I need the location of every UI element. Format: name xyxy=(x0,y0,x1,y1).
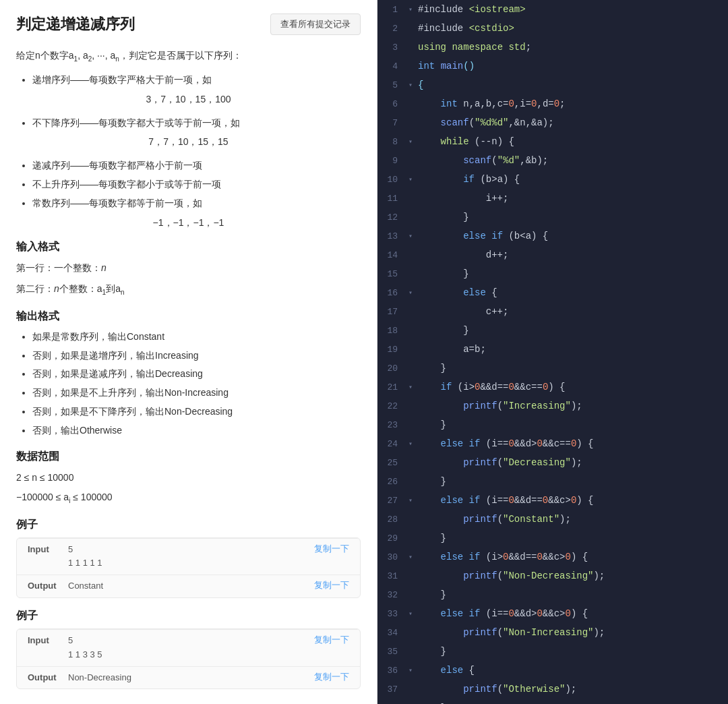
fold-13[interactable]: ▾ xyxy=(406,232,415,240)
code-line-34: 34 printf("Non-Increasing"); xyxy=(377,623,728,642)
code-line-6: 6 int n,a,b,c=0,i=0,d=0; xyxy=(377,94,728,113)
data-range-1: 2 ≤ n ≤ 10000 xyxy=(16,469,361,486)
fold-8[interactable]: ▾ xyxy=(406,138,415,146)
line-num-6: 6 xyxy=(377,99,406,109)
example1-output-value: Constant xyxy=(68,579,314,593)
line-num-32: 32 xyxy=(377,590,406,600)
example1-block: Input 51 1 1 1 1 复制一下 Output Constant 复制… xyxy=(16,537,361,598)
output-rule-6: 否则，输出Otherwise xyxy=(32,423,361,439)
code-line-17: 17 c++; xyxy=(377,302,728,321)
fold-33[interactable]: ▾ xyxy=(406,610,415,618)
line-num-36: 36 xyxy=(377,666,406,676)
line-num-28: 28 xyxy=(377,515,406,525)
fold-36[interactable]: ▾ xyxy=(406,666,415,674)
code-line-29: 29 } xyxy=(377,529,728,548)
fold-24[interactable]: ▾ xyxy=(406,440,415,448)
line-num-33: 33 xyxy=(377,609,406,619)
code-content-31: printf("Non-Decreasing"); xyxy=(415,567,605,585)
output-format-title: 输出格式 xyxy=(16,310,361,324)
code-line-11: 11 i++; xyxy=(377,189,728,208)
code-content-3: using namespace std; xyxy=(415,38,531,56)
code-content-25: printf("Decreasing"); xyxy=(415,454,582,471)
example1-input-value: 51 1 1 1 1 xyxy=(68,543,314,571)
line-num-35: 35 xyxy=(377,647,406,657)
copy-output1-button[interactable]: 复制一下 xyxy=(314,579,349,591)
fold-16[interactable]: ▾ xyxy=(406,289,415,297)
code-content-34: printf("Non-Increasing"); xyxy=(415,624,605,641)
code-content-5: { xyxy=(415,76,423,94)
line-num-4: 4 xyxy=(377,61,406,71)
line-num-1: 1 xyxy=(377,5,406,15)
line-num-8: 8 xyxy=(377,137,406,147)
output-rule-3: 否则，如果是递减序列，输出Decreasing xyxy=(32,366,361,382)
header-row: 判定递增递减序列 查看所有提交记录 xyxy=(16,13,361,35)
code-line-18: 18 } xyxy=(377,321,728,340)
line-num-22: 22 xyxy=(377,401,406,411)
code-line-33: 33 ▾ else if (i==0&&d>0&&c>0) { xyxy=(377,604,728,623)
code-line-37: 37 printf("Otherwise"); xyxy=(377,680,728,699)
line-num-24: 24 xyxy=(377,439,406,449)
code-content-6: int n,a,b,c=0,i=0,d=0; xyxy=(415,95,566,113)
sequence-type-list-2: 不下降序列——每项数字都大于或等于前一项，如 xyxy=(16,115,361,131)
output-rule-4: 否则，如果是不上升序列，输出Non-Increasing xyxy=(32,385,361,401)
line-num-15: 15 xyxy=(377,269,406,279)
code-panel: 1 ▾ #include <iostream> 2 #include <cstd… xyxy=(377,0,728,704)
view-submissions-button[interactable]: 查看所有提交记录 xyxy=(270,13,361,35)
line-num-30: 30 xyxy=(377,552,406,562)
example2-input-value: 51 1 3 3 5 xyxy=(68,634,314,662)
page-title: 判定递增递减序列 xyxy=(16,14,135,34)
line-num-11: 11 xyxy=(377,194,406,204)
seq-type-5: 常数序列——每项数字都等于前一项，如 xyxy=(32,196,361,212)
code-line-15: 15 } xyxy=(377,264,728,283)
code-line-5: 5 ▾ { xyxy=(377,76,728,94)
code-line-14: 14 d++; xyxy=(377,245,728,264)
fold-27[interactable]: ▾ xyxy=(406,496,415,504)
code-line-10: 10 ▾ if (b>a) { xyxy=(377,170,728,189)
code-content-8: while (--n) { xyxy=(415,133,514,150)
fold-21[interactable]: ▾ xyxy=(406,383,415,391)
code-line-12: 12 } xyxy=(377,208,728,227)
code-line-19: 19 a=b; xyxy=(377,340,728,359)
example2-block: Input 51 1 3 3 5 复制一下 Output Non-Decreas… xyxy=(16,628,361,689)
fold-30[interactable]: ▾ xyxy=(406,553,415,561)
line-num-25: 25 xyxy=(377,458,406,468)
seq-type-1: 递增序列——每项数字严格大于前一项，如 xyxy=(32,72,361,88)
seq-type-3: 递减序列——每项数字都严格小于前一项 xyxy=(32,158,361,174)
code-content-18: } xyxy=(415,322,469,339)
example1-output-row: Output Constant 复制一下 xyxy=(17,575,360,597)
fold-1[interactable]: ▾ xyxy=(406,5,415,13)
input-line1: 第一行：一个整数：n xyxy=(16,260,361,276)
example2-output-value: Non-Decreasing xyxy=(68,671,314,685)
data-range-2: −100000 ≤ ai ≤ 100000 xyxy=(16,489,361,507)
example2-header: 例子 xyxy=(16,609,361,623)
fold-10[interactable]: ▾ xyxy=(406,175,415,183)
code-content-19: a=b; xyxy=(415,341,486,358)
example2-input-row: Input 51 1 3 3 5 复制一下 xyxy=(17,629,360,666)
copy-input2-button[interactable]: 复制一下 xyxy=(314,634,349,646)
code-content-4: int main() xyxy=(415,57,475,75)
code-content-23: } xyxy=(415,416,446,434)
copy-input1-button[interactable]: 复制一下 xyxy=(314,543,349,555)
output-rule-1: 如果是常数序列，输出Constant xyxy=(32,329,361,345)
code-line-2: 2 #include <cstdio> xyxy=(377,19,728,38)
code-line-38: 38 } xyxy=(377,699,728,704)
line-num-7: 7 xyxy=(377,118,406,128)
code-content-9: scanf("%d",&b); xyxy=(415,152,548,169)
code-content-30: else if (i>0&&d==0&&c>0) { xyxy=(415,548,588,566)
code-content-36: else { xyxy=(415,662,475,679)
example-nondecreasing: 7，7，10，15，15 xyxy=(16,136,361,148)
line-num-34: 34 xyxy=(377,628,406,638)
example-constant: −1，−1，−1，−1 xyxy=(16,217,361,229)
line-num-14: 14 xyxy=(377,250,406,260)
code-line-24: 24 ▾ else if (i==0&&d>0&&c==0) { xyxy=(377,434,728,453)
line-num-29: 29 xyxy=(377,533,406,544)
line-num-17: 17 xyxy=(377,307,406,317)
fold-5[interactable]: ▾ xyxy=(406,81,415,89)
example2-input-label: Input xyxy=(28,634,68,645)
copy-output2-button[interactable]: 复制一下 xyxy=(314,671,349,683)
line-num-23: 23 xyxy=(377,420,406,430)
example1-header: 例子 xyxy=(16,518,361,532)
line-num-3: 3 xyxy=(377,42,406,53)
code-content-35: } xyxy=(415,643,446,660)
example1-output-label: Output xyxy=(28,579,68,591)
